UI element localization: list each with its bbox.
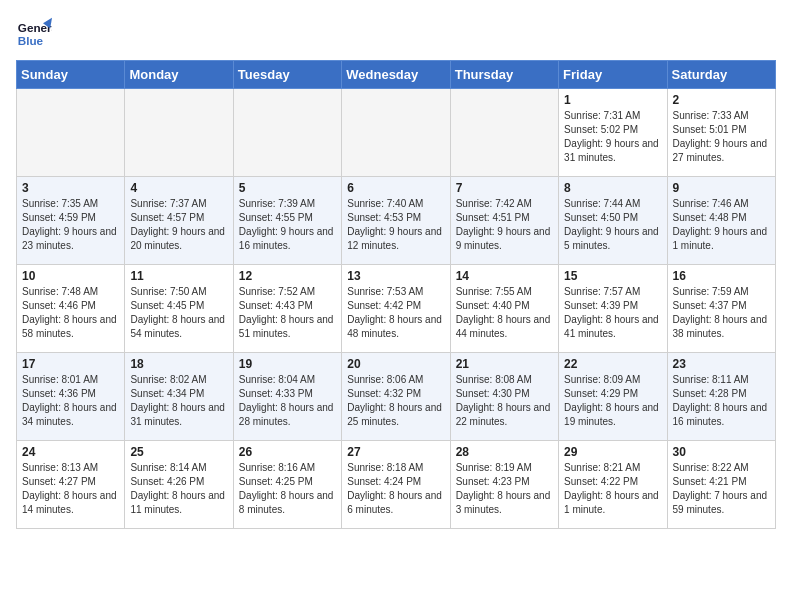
weekday-header-sunday: Sunday	[17, 61, 125, 89]
calendar-cell: 8Sunrise: 7:44 AM Sunset: 4:50 PM Daylig…	[559, 177, 667, 265]
day-number: 6	[347, 181, 444, 195]
day-number: 22	[564, 357, 661, 371]
weekday-header-friday: Friday	[559, 61, 667, 89]
week-row-4: 24Sunrise: 8:13 AM Sunset: 4:27 PM Dayli…	[17, 441, 776, 529]
day-number: 30	[673, 445, 770, 459]
calendar-cell	[17, 89, 125, 177]
day-info: Sunrise: 8:22 AM Sunset: 4:21 PM Dayligh…	[673, 461, 770, 517]
calendar-cell: 22Sunrise: 8:09 AM Sunset: 4:29 PM Dayli…	[559, 353, 667, 441]
calendar-cell	[125, 89, 233, 177]
calendar-cell: 9Sunrise: 7:46 AM Sunset: 4:48 PM Daylig…	[667, 177, 775, 265]
day-number: 10	[22, 269, 119, 283]
calendar-cell	[450, 89, 558, 177]
calendar-cell: 5Sunrise: 7:39 AM Sunset: 4:55 PM Daylig…	[233, 177, 341, 265]
day-info: Sunrise: 7:55 AM Sunset: 4:40 PM Dayligh…	[456, 285, 553, 341]
day-number: 4	[130, 181, 227, 195]
week-row-0: 1Sunrise: 7:31 AM Sunset: 5:02 PM Daylig…	[17, 89, 776, 177]
day-number: 21	[456, 357, 553, 371]
day-number: 15	[564, 269, 661, 283]
day-info: Sunrise: 8:01 AM Sunset: 4:36 PM Dayligh…	[22, 373, 119, 429]
calendar-cell: 25Sunrise: 8:14 AM Sunset: 4:26 PM Dayli…	[125, 441, 233, 529]
logo: General Blue	[16, 16, 56, 52]
calendar-cell: 11Sunrise: 7:50 AM Sunset: 4:45 PM Dayli…	[125, 265, 233, 353]
day-info: Sunrise: 8:21 AM Sunset: 4:22 PM Dayligh…	[564, 461, 661, 517]
calendar-cell: 2Sunrise: 7:33 AM Sunset: 5:01 PM Daylig…	[667, 89, 775, 177]
weekday-header-wednesday: Wednesday	[342, 61, 450, 89]
day-number: 18	[130, 357, 227, 371]
day-info: Sunrise: 7:53 AM Sunset: 4:42 PM Dayligh…	[347, 285, 444, 341]
svg-text:Blue: Blue	[18, 34, 44, 47]
calendar-cell: 4Sunrise: 7:37 AM Sunset: 4:57 PM Daylig…	[125, 177, 233, 265]
week-row-3: 17Sunrise: 8:01 AM Sunset: 4:36 PM Dayli…	[17, 353, 776, 441]
day-number: 16	[673, 269, 770, 283]
weekday-header-saturday: Saturday	[667, 61, 775, 89]
day-number: 9	[673, 181, 770, 195]
day-number: 29	[564, 445, 661, 459]
day-number: 20	[347, 357, 444, 371]
calendar-cell	[233, 89, 341, 177]
day-info: Sunrise: 8:09 AM Sunset: 4:29 PM Dayligh…	[564, 373, 661, 429]
header: General Blue	[16, 16, 776, 52]
calendar-cell: 13Sunrise: 7:53 AM Sunset: 4:42 PM Dayli…	[342, 265, 450, 353]
day-info: Sunrise: 8:19 AM Sunset: 4:23 PM Dayligh…	[456, 461, 553, 517]
day-info: Sunrise: 7:40 AM Sunset: 4:53 PM Dayligh…	[347, 197, 444, 253]
day-info: Sunrise: 8:13 AM Sunset: 4:27 PM Dayligh…	[22, 461, 119, 517]
day-info: Sunrise: 8:08 AM Sunset: 4:30 PM Dayligh…	[456, 373, 553, 429]
day-info: Sunrise: 7:44 AM Sunset: 4:50 PM Dayligh…	[564, 197, 661, 253]
calendar-cell: 14Sunrise: 7:55 AM Sunset: 4:40 PM Dayli…	[450, 265, 558, 353]
day-info: Sunrise: 7:31 AM Sunset: 5:02 PM Dayligh…	[564, 109, 661, 165]
calendar-cell: 28Sunrise: 8:19 AM Sunset: 4:23 PM Dayli…	[450, 441, 558, 529]
day-number: 7	[456, 181, 553, 195]
weekday-header-monday: Monday	[125, 61, 233, 89]
day-number: 1	[564, 93, 661, 107]
weekday-header-row: SundayMondayTuesdayWednesdayThursdayFrid…	[17, 61, 776, 89]
day-number: 25	[130, 445, 227, 459]
week-row-2: 10Sunrise: 7:48 AM Sunset: 4:46 PM Dayli…	[17, 265, 776, 353]
day-info: Sunrise: 8:14 AM Sunset: 4:26 PM Dayligh…	[130, 461, 227, 517]
day-info: Sunrise: 7:48 AM Sunset: 4:46 PM Dayligh…	[22, 285, 119, 341]
calendar-cell: 23Sunrise: 8:11 AM Sunset: 4:28 PM Dayli…	[667, 353, 775, 441]
day-info: Sunrise: 8:06 AM Sunset: 4:32 PM Dayligh…	[347, 373, 444, 429]
calendar-cell: 12Sunrise: 7:52 AM Sunset: 4:43 PM Dayli…	[233, 265, 341, 353]
day-info: Sunrise: 7:35 AM Sunset: 4:59 PM Dayligh…	[22, 197, 119, 253]
weekday-header-tuesday: Tuesday	[233, 61, 341, 89]
day-number: 13	[347, 269, 444, 283]
day-number: 14	[456, 269, 553, 283]
calendar-cell: 6Sunrise: 7:40 AM Sunset: 4:53 PM Daylig…	[342, 177, 450, 265]
calendar-cell: 1Sunrise: 7:31 AM Sunset: 5:02 PM Daylig…	[559, 89, 667, 177]
day-number: 3	[22, 181, 119, 195]
day-info: Sunrise: 7:37 AM Sunset: 4:57 PM Dayligh…	[130, 197, 227, 253]
day-info: Sunrise: 7:52 AM Sunset: 4:43 PM Dayligh…	[239, 285, 336, 341]
calendar-cell: 3Sunrise: 7:35 AM Sunset: 4:59 PM Daylig…	[17, 177, 125, 265]
day-number: 23	[673, 357, 770, 371]
day-number: 8	[564, 181, 661, 195]
calendar-cell: 10Sunrise: 7:48 AM Sunset: 4:46 PM Dayli…	[17, 265, 125, 353]
calendar-cell: 7Sunrise: 7:42 AM Sunset: 4:51 PM Daylig…	[450, 177, 558, 265]
day-number: 26	[239, 445, 336, 459]
day-info: Sunrise: 7:46 AM Sunset: 4:48 PM Dayligh…	[673, 197, 770, 253]
day-info: Sunrise: 7:59 AM Sunset: 4:37 PM Dayligh…	[673, 285, 770, 341]
calendar-cell: 24Sunrise: 8:13 AM Sunset: 4:27 PM Dayli…	[17, 441, 125, 529]
day-number: 27	[347, 445, 444, 459]
calendar-table: SundayMondayTuesdayWednesdayThursdayFrid…	[16, 60, 776, 529]
calendar-cell: 18Sunrise: 8:02 AM Sunset: 4:34 PM Dayli…	[125, 353, 233, 441]
calendar-cell: 19Sunrise: 8:04 AM Sunset: 4:33 PM Dayli…	[233, 353, 341, 441]
calendar-cell: 17Sunrise: 8:01 AM Sunset: 4:36 PM Dayli…	[17, 353, 125, 441]
calendar-cell	[342, 89, 450, 177]
calendar-cell: 26Sunrise: 8:16 AM Sunset: 4:25 PM Dayli…	[233, 441, 341, 529]
calendar-cell: 20Sunrise: 8:06 AM Sunset: 4:32 PM Dayli…	[342, 353, 450, 441]
day-number: 11	[130, 269, 227, 283]
week-row-1: 3Sunrise: 7:35 AM Sunset: 4:59 PM Daylig…	[17, 177, 776, 265]
weekday-header-thursday: Thursday	[450, 61, 558, 89]
logo-icon: General Blue	[16, 16, 52, 52]
day-number: 24	[22, 445, 119, 459]
day-number: 12	[239, 269, 336, 283]
day-info: Sunrise: 7:33 AM Sunset: 5:01 PM Dayligh…	[673, 109, 770, 165]
calendar-cell: 27Sunrise: 8:18 AM Sunset: 4:24 PM Dayli…	[342, 441, 450, 529]
day-info: Sunrise: 8:04 AM Sunset: 4:33 PM Dayligh…	[239, 373, 336, 429]
calendar-cell: 29Sunrise: 8:21 AM Sunset: 4:22 PM Dayli…	[559, 441, 667, 529]
calendar-cell: 30Sunrise: 8:22 AM Sunset: 4:21 PM Dayli…	[667, 441, 775, 529]
calendar-cell: 16Sunrise: 7:59 AM Sunset: 4:37 PM Dayli…	[667, 265, 775, 353]
day-info: Sunrise: 7:42 AM Sunset: 4:51 PM Dayligh…	[456, 197, 553, 253]
day-info: Sunrise: 8:18 AM Sunset: 4:24 PM Dayligh…	[347, 461, 444, 517]
